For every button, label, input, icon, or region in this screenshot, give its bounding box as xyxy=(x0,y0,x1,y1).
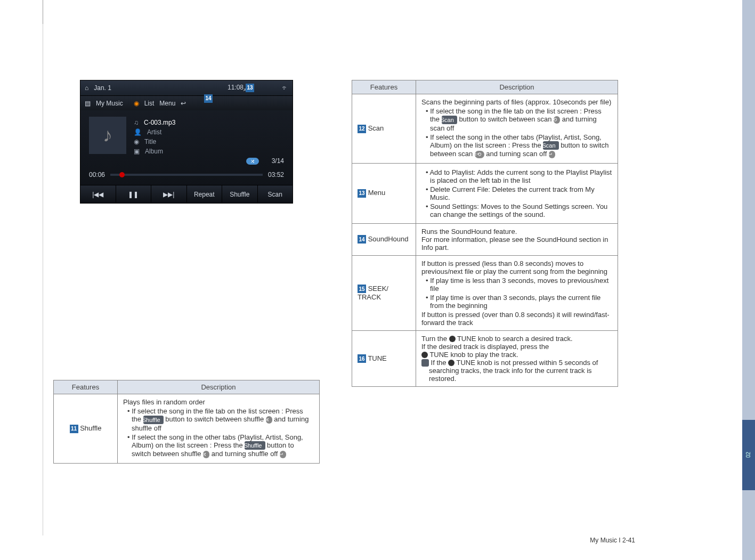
shuffle-indicator: ⤨ xyxy=(246,158,259,165)
soundhound-icon[interactable]: ◉ xyxy=(134,100,139,107)
desc-lead: Scans the beginning parts of files (appr… xyxy=(421,98,612,106)
shuffle-off-icon: ↩ xyxy=(280,451,286,458)
th-description: Description xyxy=(118,380,320,394)
home-icon: ⌂ xyxy=(85,84,88,92)
desc-bullet: If select the song in the other tabs (Pl… xyxy=(127,433,314,458)
table-row: 14 SoundHound Runs the SoundHound featur… xyxy=(352,223,618,255)
scan-alt-icon: ≡⟲ xyxy=(475,151,484,158)
desc-text: Runs the SoundHound feature. For more in… xyxy=(416,223,618,255)
scan-button[interactable]: Scan xyxy=(258,185,293,203)
prev-button[interactable]: |◀◀ xyxy=(80,185,116,203)
scan-chip: Scan xyxy=(543,141,558,150)
desc-bullet: Delete Current File: Deletes the current… xyxy=(426,185,612,201)
shuffle-chip: Shuffle xyxy=(245,441,265,450)
desc-lead: If button is pressed (over than 0.8 seco… xyxy=(421,311,612,327)
row-badge-14: 14 xyxy=(358,235,366,244)
tune-knob-icon xyxy=(449,336,456,342)
desc-lead: If button is pressed (less than 0.8 seco… xyxy=(421,259,612,275)
artist-label: Artist xyxy=(147,128,161,136)
feature-name: SoundHound xyxy=(368,235,409,243)
table-row: 12 Scan Scans the beginning parts of fil… xyxy=(352,94,618,164)
desc-bullet: If select the song in the file tab on th… xyxy=(426,107,612,132)
desc-line: i If the TUNE knob is not pressed within… xyxy=(421,359,612,383)
desc-line: Turn the TUNE knob to search a desired t… xyxy=(421,335,612,343)
scan-off-icon: ↩ xyxy=(549,151,555,158)
desc-bullet: Add to Playlist: Adds the current song t… xyxy=(426,168,612,184)
shuffle-chip: Shuffle xyxy=(143,416,164,424)
source-label: My Music xyxy=(96,100,123,107)
pause-button[interactable]: ❚❚ xyxy=(116,185,152,203)
scan-on-icon: ⟲ xyxy=(554,116,560,124)
row-badge-11: 11 xyxy=(70,425,78,433)
title-label: Title xyxy=(144,138,156,145)
feature-name: TUNE xyxy=(368,354,386,362)
playlist-icon: ▤ xyxy=(85,100,91,107)
th-features: Features xyxy=(352,80,416,94)
next-button[interactable]: ▶▶| xyxy=(151,185,187,203)
row-badge-16: 16 xyxy=(358,354,366,363)
table-row: 13 Menu Add to Playlist: Adds the curren… xyxy=(352,163,618,223)
track-index: 3/14 xyxy=(272,157,284,165)
shuffle-button[interactable]: Shuffle xyxy=(222,185,258,203)
desc-bullet: If select the song in the file tab on th… xyxy=(127,407,314,432)
feature-name: Shuffle xyxy=(80,424,101,432)
tune-knob-icon xyxy=(448,360,454,366)
callout-14: 14 xyxy=(204,94,213,103)
row-badge-13: 13 xyxy=(358,189,366,198)
section-tabs: 02 xyxy=(742,0,755,560)
elapsed-time: 00:06 xyxy=(89,171,105,178)
wifi-icon: ᯤ xyxy=(282,84,288,92)
desc-bullet: If select the song in the other tabs (Pl… xyxy=(426,133,612,158)
status-date: Jan. 1 xyxy=(94,84,111,92)
player-screenshot: ⌂ Jan. 1 11:08AM 14 13 ᯤ ▤ My Music ◉ Li… xyxy=(80,80,293,204)
album-label: Album xyxy=(145,148,163,155)
callout-13: 13 xyxy=(246,84,254,92)
person-icon: 👤 xyxy=(134,128,142,136)
desc-bullet: If play time is over than 3 seconds, pla… xyxy=(426,294,612,310)
right-features-table: Features Description 12 Scan Scans the b… xyxy=(352,80,618,387)
info-icon: i xyxy=(421,359,429,367)
feature-name: Menu xyxy=(368,189,386,197)
album-icon: ▣ xyxy=(134,148,140,155)
table-row: 11 Shuffle Plays files in random order I… xyxy=(54,394,320,464)
row-badge-15: 15 xyxy=(358,285,366,293)
disc-icon: ◉ xyxy=(134,138,139,145)
th-description: Description xyxy=(416,80,618,94)
track-file: C-003.mp3 xyxy=(144,119,175,126)
feature-name: Scan xyxy=(368,124,384,132)
list-button[interactable]: List xyxy=(144,100,155,107)
table-row: 15 SEEK/ TRACK If button is pressed (les… xyxy=(352,255,618,330)
row-badge-12: 12 xyxy=(358,125,366,133)
shuffle-on-icon: ⤨ xyxy=(266,416,272,424)
side-tab-label: 02 xyxy=(746,452,752,458)
tune-knob-icon xyxy=(421,352,428,358)
left-features-table: Features Description 11 Shuffle Plays fi… xyxy=(53,380,320,464)
progress-bar[interactable] xyxy=(110,174,263,176)
note-icon: ♫ xyxy=(134,119,139,126)
menu-button[interactable]: Menu xyxy=(159,100,175,107)
desc-bullet: If play time is less than 3 seconds, mov… xyxy=(426,277,612,293)
album-art: ♪ xyxy=(89,117,126,154)
page-footer: My Music I 2-41 xyxy=(590,537,635,544)
back-icon[interactable]: ↩ xyxy=(181,100,186,107)
repeat-button[interactable]: Repeat xyxy=(187,185,223,203)
shuffle-alt-icon: ⤮ xyxy=(203,451,209,458)
th-features: Features xyxy=(54,380,118,394)
desc-line: If the desired track is displayed, press… xyxy=(421,343,612,359)
desc-lead: Plays files in random order xyxy=(123,398,314,406)
table-row: 16 TUNE Turn the TUNE knob to search a d… xyxy=(352,330,618,387)
scan-chip: Scan xyxy=(442,116,457,124)
desc-bullet: Sound Settings: Moves to the Sound Setti… xyxy=(426,202,612,218)
total-time: 03:52 xyxy=(268,171,284,178)
